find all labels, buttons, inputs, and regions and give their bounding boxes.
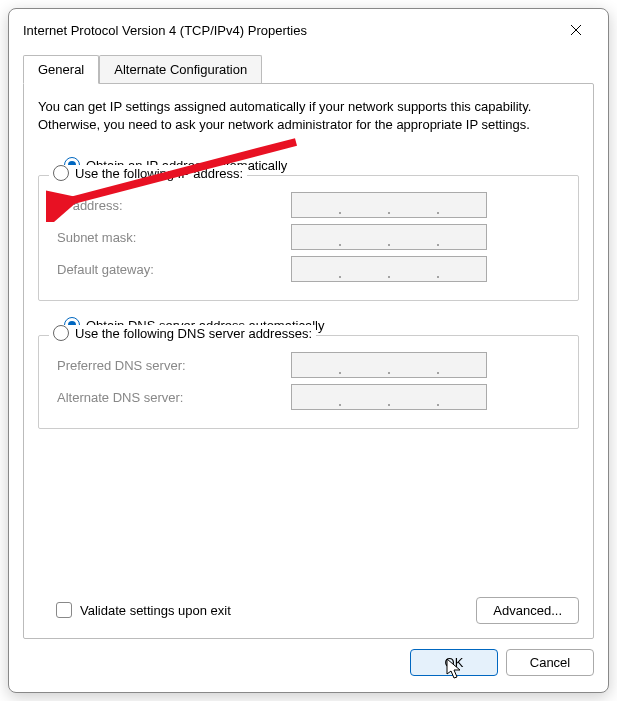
radio-use-following-dns[interactable]: Use the following DNS server addresses: [49,325,316,341]
radio-use-following-ip[interactable]: Use the following IP address: [49,165,247,181]
field-default-gateway: Default gateway: [51,256,566,282]
close-button[interactable] [556,16,596,44]
window-title: Internet Protocol Version 4 (TCP/IPv4) P… [23,23,307,38]
tab-panel-general: You can get IP settings assigned automat… [23,83,594,639]
preferred-dns-input[interactable] [291,352,487,378]
validate-settings-checkbox[interactable]: Validate settings upon exit [56,602,231,618]
default-gateway-input[interactable] [291,256,487,282]
ip-address-group: Use the following IP address: IP address… [38,175,579,301]
close-icon [570,24,582,36]
radio-label: Use the following DNS server addresses: [75,326,312,341]
checkbox-label: Validate settings upon exit [80,603,231,618]
field-label: Preferred DNS server: [51,358,291,373]
tab-alternate-configuration[interactable]: Alternate Configuration [99,55,262,83]
description-text: You can get IP settings assigned automat… [38,98,579,133]
radio-icon [53,165,69,181]
dialog-footer: OK Cancel [9,649,608,690]
advanced-button[interactable]: Advanced... [476,597,579,624]
field-label: Subnet mask: [51,230,291,245]
checkbox-icon [56,602,72,618]
field-preferred-dns: Preferred DNS server: [51,352,566,378]
tab-general[interactable]: General [23,55,99,84]
subnet-mask-input[interactable] [291,224,487,250]
ok-button[interactable]: OK [410,649,498,676]
field-label: Default gateway: [51,262,291,277]
ipv4-properties-window: Internet Protocol Version 4 (TCP/IPv4) P… [8,8,609,693]
ip-address-input[interactable] [291,192,487,218]
field-subnet-mask: Subnet mask: [51,224,566,250]
dns-server-group: Use the following DNS server addresses: … [38,335,579,429]
field-ip-address: IP address: [51,192,566,218]
titlebar: Internet Protocol Version 4 (TCP/IPv4) P… [9,9,608,47]
field-label: IP address: [51,198,291,213]
radio-label: Use the following IP address: [75,166,243,181]
tab-bar: General Alternate Configuration [23,55,594,83]
alternate-dns-input[interactable] [291,384,487,410]
cancel-button[interactable]: Cancel [506,649,594,676]
radio-icon [53,325,69,341]
field-alternate-dns: Alternate DNS server: [51,384,566,410]
field-label: Alternate DNS server: [51,390,291,405]
